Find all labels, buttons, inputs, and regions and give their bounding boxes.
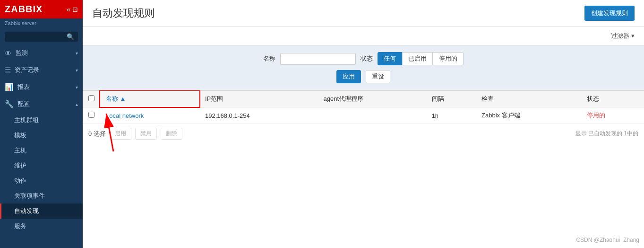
- table-row: Local network 192.168.0.1-254 1h Zabbix …: [83, 107, 644, 124]
- col-ip-range: IP范围: [199, 91, 318, 107]
- filter-name-input[interactable]: [280, 53, 356, 65]
- search-wrap: 🔍: [5, 32, 78, 42]
- monitor-chevron: ▾: [76, 51, 78, 56]
- row-checks-cell: Zabbix 客户端: [476, 107, 581, 124]
- sidebar-item-templates-label: 模板: [14, 131, 26, 140]
- sidebar-item-assets-label: 资产记录: [15, 66, 39, 74]
- search-bar: 🔍: [0, 29, 83, 44]
- table-footer: 0 选择 启用 禁用 删除 显示 已自动发现的 1中的: [83, 124, 644, 143]
- config-chevron: ▴: [76, 102, 78, 107]
- apply-filter-btn[interactable]: 应用: [336, 70, 361, 83]
- logo-icons: « ⊡: [67, 6, 78, 13]
- collapse-icon[interactable]: «: [67, 6, 70, 13]
- logo-text: ZABBIX: [5, 4, 43, 15]
- row-checkbox[interactable]: [88, 112, 94, 118]
- monitor-icon: 👁: [5, 49, 12, 57]
- filter-name-label: 名称: [263, 54, 275, 63]
- sidebar-item-actions-label: 动作: [14, 177, 26, 185]
- delete-btn[interactable]: 删除: [161, 128, 182, 140]
- sidebar-item-templates[interactable]: 模板: [0, 128, 83, 143]
- sidebar-item-autodiscover[interactable]: 自动发现: [0, 204, 83, 219]
- sidebar-item-actions[interactable]: 动作: [0, 173, 83, 188]
- filter-row-2: 应用 重设: [336, 70, 390, 83]
- status-any-btn[interactable]: 任何: [378, 52, 402, 65]
- sidebar-item-maintenance[interactable]: 维护: [0, 158, 83, 173]
- discovery-rules-table: 名称 ▲ IP范围 agent代理程序 间隔 检查: [83, 90, 644, 124]
- table-header-row: 名称 ▲ IP范围 agent代理程序 间隔 检查: [83, 91, 644, 107]
- server-label: Zabbix server: [0, 18, 83, 29]
- logo-bar: ZABBIX « ⊡: [0, 0, 83, 18]
- status-enabled-btn[interactable]: 已启用: [402, 52, 433, 65]
- sidebar-item-hostgroups-label: 主机群组: [14, 116, 39, 124]
- sidebar-item-services[interactable]: 服务: [0, 219, 83, 234]
- col-name[interactable]: 名称 ▲: [100, 91, 199, 107]
- col-agent: agent代理程序: [318, 91, 426, 107]
- sidebar-item-config[interactable]: 🔧 配置 ▴: [0, 96, 83, 113]
- filter-bar: 过滤器 ▾: [83, 27, 644, 45]
- row-status-cell: 停用的: [581, 107, 644, 124]
- status-disabled-btn[interactable]: 停用的: [433, 52, 464, 65]
- sidebar-item-assets[interactable]: ☰ 资产记录 ▾: [0, 62, 83, 79]
- sidebar: ZABBIX « ⊡ Zabbix server 🔍 👁 监测 ▾ ☰ 资产记录…: [0, 0, 83, 248]
- selected-count: 0 选择: [88, 130, 106, 138]
- sidebar-item-hosts[interactable]: 主机: [0, 143, 83, 158]
- sidebar-item-hostgroups[interactable]: 主机群组: [0, 113, 83, 128]
- col-name-label: 名称 ▲: [106, 95, 126, 102]
- col-agent-label: agent代理程序: [324, 95, 364, 102]
- col-checks-label: 检查: [481, 95, 494, 102]
- window-icon[interactable]: ⊡: [72, 6, 78, 13]
- row-status-label: 停用的: [587, 112, 605, 119]
- col-status-label: 状态: [587, 95, 599, 102]
- filter-row-1: 名称 状态 任何 已启用 停用的: [263, 52, 464, 65]
- filter-status-label: 状态: [361, 54, 373, 63]
- create-rule-button[interactable]: 创建发现规则: [584, 6, 635, 21]
- page-title: 自动发现规则: [92, 6, 155, 20]
- filter-section: 名称 状态 任何 已启用 停用的 应用 重设: [83, 45, 644, 90]
- row-interval-cell: 1h: [426, 107, 476, 124]
- col-interval-label: 间隔: [432, 95, 444, 102]
- filter-toggle-btn[interactable]: 过滤器 ▾: [611, 32, 635, 40]
- row-name-cell: Local network: [100, 107, 199, 124]
- enable-btn[interactable]: 启用: [110, 128, 131, 140]
- sidebar-item-config-label: 配置: [17, 100, 30, 108]
- search-icon[interactable]: 🔍: [67, 33, 74, 40]
- select-all-checkbox[interactable]: [88, 95, 94, 101]
- table-section: 名称 ▲ IP范围 agent代理程序 间隔 检查: [83, 90, 644, 248]
- top-bar: 自动发现规则 创建发现规则: [83, 0, 644, 27]
- row-agent-cell: [318, 107, 426, 124]
- row-ip-cell: 192.168.0.1-254: [199, 107, 318, 124]
- sidebar-item-reports[interactable]: 📊 报表 ▾: [0, 79, 83, 96]
- row-checkbox-cell: [83, 107, 100, 124]
- disable-btn[interactable]: 禁用: [135, 128, 157, 140]
- reports-icon: 📊: [5, 83, 14, 91]
- sidebar-item-correlations-label: 关联项事件: [14, 192, 45, 200]
- main-content: 自动发现规则 创建发现规则 过滤器 ▾ 名称 状态 任何 已启用 停用的 应用 …: [83, 0, 644, 248]
- sidebar-item-correlations[interactable]: 关联项事件: [0, 188, 83, 204]
- summary-text: 显示 已自动发现的 1中的: [575, 130, 638, 138]
- sidebar-item-hosts-label: 主机: [14, 146, 26, 155]
- col-ip-range-label: IP范围: [205, 95, 223, 102]
- status-btn-group: 任何 已启用 停用的: [378, 52, 464, 65]
- sidebar-item-monitor-label: 监测: [16, 49, 28, 57]
- col-status: 状态: [581, 91, 644, 107]
- reset-filter-btn[interactable]: 重设: [366, 70, 390, 83]
- sidebar-item-reports-label: 报表: [17, 83, 30, 91]
- sidebar-item-services-label: 服务: [14, 222, 26, 230]
- sidebar-item-monitor[interactable]: 👁 监测 ▾: [0, 44, 83, 62]
- reports-chevron: ▾: [76, 85, 78, 90]
- col-checks: 检查: [476, 91, 581, 107]
- col-checkbox: [83, 91, 100, 107]
- search-input[interactable]: [9, 33, 67, 40]
- config-icon: 🔧: [5, 100, 14, 108]
- col-interval: 间隔: [426, 91, 476, 107]
- assets-chevron: ▾: [76, 68, 78, 73]
- assets-icon: ☰: [5, 66, 11, 74]
- sidebar-item-autodiscover-label: 自动发现: [14, 207, 39, 215]
- sidebar-item-maintenance-label: 维护: [14, 161, 26, 170]
- row-name-link[interactable]: Local network: [106, 112, 144, 119]
